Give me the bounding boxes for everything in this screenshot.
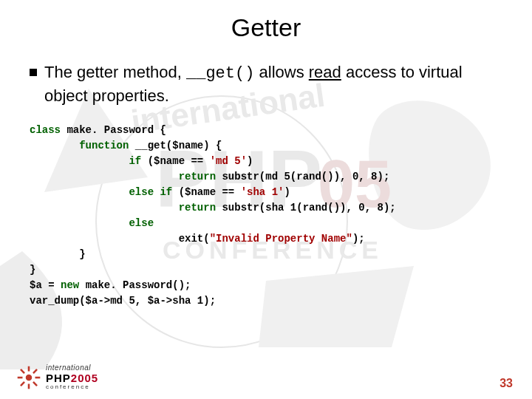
- code: substr(md 5(rand()), 0, 8);: [216, 171, 389, 183]
- code: ($name ==: [172, 186, 240, 198]
- page-number: 33: [499, 377, 513, 390]
- code: ($name ==: [141, 155, 209, 167]
- code: $a =: [30, 279, 61, 291]
- text: The getter method,: [44, 63, 186, 81]
- kw: return: [30, 171, 216, 183]
- bullet-text: The getter method, __get() allows read a…: [44, 61, 502, 106]
- text: allows: [254, 63, 308, 81]
- code: );: [352, 233, 365, 245]
- code: var_dump($a->md 5, $a->sha 1);: [30, 295, 216, 307]
- conference-logo: international PHP2005 conference: [16, 364, 98, 390]
- svg-line-11: [33, 382, 37, 386]
- svg-point-5: [26, 374, 33, 381]
- code: ): [247, 155, 253, 167]
- kw: return: [30, 202, 216, 214]
- str: 'md 5': [210, 155, 247, 167]
- kw: else: [30, 217, 154, 229]
- logo-text: international PHP2005 conference: [46, 364, 98, 390]
- logo-conference: conference: [46, 384, 98, 390]
- code: }: [30, 248, 86, 260]
- kw: new: [61, 279, 79, 291]
- str: 'sha 1': [241, 186, 284, 198]
- bullet-item: The getter method, __get() allows read a…: [30, 61, 502, 106]
- code: ): [284, 186, 290, 198]
- code: substr(sha 1(rand()), 0, 8);: [216, 202, 396, 214]
- kw: class: [30, 124, 61, 136]
- kw: if: [30, 155, 141, 167]
- logo-burst-icon: [16, 365, 41, 390]
- kw: else if: [30, 186, 172, 198]
- code: make. Password();: [79, 279, 191, 291]
- code-inline: __get(): [186, 64, 254, 83]
- svg-line-12: [33, 369, 37, 373]
- kw: function: [30, 140, 129, 151]
- code: exit(: [30, 233, 210, 245]
- code-block: class make. Password { function __get($n…: [30, 123, 502, 309]
- footer: international PHP2005 conference 33: [0, 364, 532, 390]
- code: __get($name) {: [129, 140, 222, 151]
- logo-year: 2005: [71, 372, 98, 384]
- svg-line-10: [21, 369, 24, 373]
- bullet-icon: [30, 69, 37, 76]
- code: make. Password {: [61, 124, 166, 136]
- slide-title: Getter: [30, 13, 502, 42]
- emphasis-read: read: [309, 63, 341, 81]
- code: }: [30, 264, 35, 276]
- str: "Invalid Property Name": [210, 233, 352, 245]
- logo-php: PHP: [46, 372, 71, 384]
- svg-line-13: [21, 382, 24, 386]
- slide: Getter The getter method, __get() allows…: [0, 0, 532, 399]
